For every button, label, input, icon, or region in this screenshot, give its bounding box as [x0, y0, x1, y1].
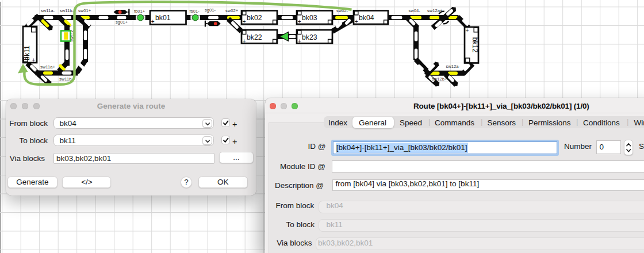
svg-text:bk12: bk12 [471, 37, 479, 53]
svg-text:sw02+: sw02+ [225, 8, 239, 13]
svg-text:bk11: bk11 [23, 45, 31, 60]
svg-text:sw12a+: sw12a+ [427, 8, 443, 13]
svg-text:bk01: bk01 [155, 14, 171, 22]
svg-text:sw12a-: sw12a- [446, 64, 461, 69]
svg-text:sg01+: sg01+ [116, 20, 128, 25]
svg-text:sw01+: sw01+ [78, 8, 91, 13]
svg-text:sw04-: sw04- [409, 8, 421, 13]
svg-text:fb01+: fb01+ [134, 9, 145, 14]
svg-text:sg01-: sg01- [205, 7, 216, 13]
svg-text:bk23: bk23 [302, 33, 317, 41]
svg-text:+: + [355, 18, 358, 25]
svg-text:sw12b+: sw12b+ [432, 76, 447, 82]
svg-text:+: + [298, 18, 301, 25]
svg-text:+: + [32, 57, 36, 63]
svg-text:+: + [243, 18, 246, 25]
svg-text:+: + [298, 38, 301, 44]
svg-text:+: + [151, 18, 155, 25]
svg-text:sw11a+: sw11a+ [40, 64, 55, 70]
svg-text:fb01-: fb01- [190, 9, 200, 14]
svg-text:bk03: bk03 [302, 14, 317, 22]
svg-text:sw11b-: sw11b- [60, 8, 74, 13]
svg-text:sw11a-: sw11a- [41, 8, 55, 13]
svg-text:bk22: bk22 [247, 33, 262, 41]
svg-text:bk04: bk04 [359, 14, 374, 22]
svg-text:+: + [466, 27, 469, 33]
svg-text:bk02: bk02 [247, 14, 262, 22]
svg-text:+: + [243, 38, 246, 44]
